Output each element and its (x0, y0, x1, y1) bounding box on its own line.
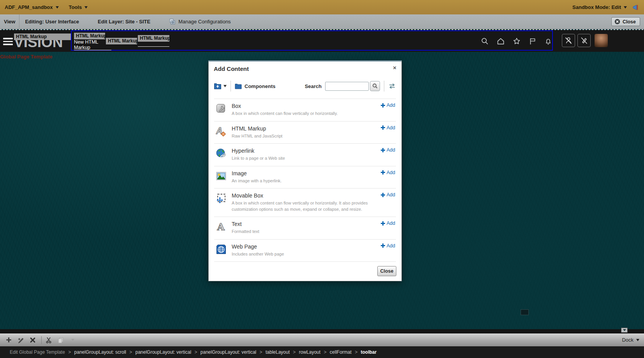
search-button[interactable] (370, 81, 380, 91)
bell-icon[interactable] (544, 37, 553, 46)
breadcrumb-item[interactable]: tableLayout (266, 349, 290, 355)
breadcrumb-separator: > (355, 349, 357, 355)
breadcrumb-item[interactable]: rowLayout (299, 349, 320, 355)
search-icon[interactable] (480, 37, 489, 46)
selection-breadcrumb-bar: Edit Global Page Template > panelGroupLa… (0, 346, 644, 358)
breadcrumb-separator: > (324, 349, 326, 355)
breadcrumb-item[interactable]: cellFormat (330, 349, 352, 355)
html-markup-icon: A (216, 126, 227, 137)
breadcrumb-item-current: toolbar (361, 349, 377, 355)
component-row-text: A Text Formatted text Add (214, 217, 396, 240)
pencil-icon (17, 337, 24, 344)
add-hyperlink-button[interactable]: Add (381, 147, 395, 153)
composer-close-button[interactable]: Close (611, 17, 640, 26)
scissors-icon (45, 337, 52, 344)
add-movable-box-button[interactable]: Add (381, 192, 395, 198)
hamburger-menu-icon[interactable] (3, 38, 13, 47)
add-component-button[interactable] (5, 336, 12, 344)
html-markup-chip[interactable]: HTML Markup (106, 38, 137, 44)
bottom-divider-strip (0, 329, 644, 333)
link-underline (74, 50, 111, 50)
component-desc: A box in which content can flow vertical… (232, 111, 372, 117)
divider (41, 336, 42, 344)
composer-close-label: Close (623, 19, 636, 25)
hyperlink-icon (216, 148, 227, 159)
person-slash-icon (564, 36, 573, 45)
avatar[interactable] (595, 34, 608, 47)
add-image-button[interactable]: Add (381, 170, 395, 175)
add-label: Add (387, 125, 395, 131)
chevron-down-icon (623, 329, 626, 331)
view-menu[interactable]: View (4, 19, 15, 25)
component-name: Image (232, 170, 396, 176)
pen-slash-icon (579, 36, 589, 45)
sandbox-topbar: ADF_APM_sandbox Tools Sandbox Mode: Edit (0, 0, 644, 14)
component-desc: Raw HTML and JavaScript (232, 133, 372, 139)
breadcrumb-item[interactable]: panelGroupLayout: vertical (201, 349, 256, 355)
plus-icon (381, 170, 385, 175)
composer-edit-bar: View Editing: User Interface Edit Layer:… (0, 14, 644, 29)
new-html-markup-link[interactable]: New HTML Markup (74, 40, 100, 50)
search-label: Search (305, 83, 322, 89)
dock-menu[interactable]: Dock (622, 337, 639, 343)
divider (384, 81, 384, 92)
star-icon[interactable] (512, 37, 521, 46)
search-input[interactable] (325, 82, 369, 91)
plus-icon (381, 243, 385, 248)
component-row-html-markup: A HTML Markup Raw HTML and JavaScript Ad… (214, 122, 396, 144)
megaphone-icon[interactable] (632, 4, 639, 11)
manage-configurations-link[interactable]: Manage Configurations (169, 18, 231, 25)
scroll-down-button[interactable] (621, 328, 628, 333)
hide-person-button[interactable] (562, 34, 575, 47)
breadcrumb-separator: > (68, 349, 71, 355)
component-row-web-page: Web Page Includes another Web page Add (214, 240, 396, 262)
breadcrumb-root[interactable]: Edit Global Page Template (10, 349, 65, 355)
chevron-down-icon[interactable] (223, 85, 227, 87)
sandbox-menu-label: ADF_APM_sandbox (5, 4, 53, 10)
component-name: Hyperlink (232, 148, 396, 154)
plus-icon (381, 125, 385, 130)
plus-icon (381, 103, 385, 108)
edit-layer-label: Edit Layer: Site - SITE (98, 19, 150, 25)
chevron-down-icon (84, 6, 88, 9)
component-name: HTML Markup (232, 125, 396, 132)
delete-button[interactable] (29, 336, 37, 344)
flag-icon[interactable] (528, 37, 537, 46)
chevron-down-icon (56, 6, 59, 9)
sandbox-mode-menu[interactable]: Sandbox Mode: Edit (572, 4, 627, 10)
breadcrumb-item[interactable]: panelGroupLayout: vertical (135, 349, 191, 355)
html-markup-chip[interactable]: HTML Markup (14, 34, 72, 40)
add-box-button[interactable]: Add (381, 102, 395, 108)
edit-properties-button[interactable] (17, 336, 25, 344)
chevron-down-icon (624, 6, 627, 9)
html-markup-chip[interactable]: HTML Markup (138, 35, 169, 42)
copy-button (57, 336, 65, 344)
swap-arrows-icon[interactable] (388, 83, 396, 89)
add-html-markup-button[interactable]: Add (381, 125, 395, 131)
component-desc: Link to a page or a Web site (232, 155, 372, 162)
hide-edit-button[interactable] (577, 34, 591, 47)
component-desc: An image with a hyperlink. (232, 178, 372, 184)
web-page-icon (216, 244, 227, 255)
divider (19, 14, 19, 29)
cut-button[interactable] (45, 336, 53, 344)
component-row-movable-box: Movable Box A box in which content can f… (214, 189, 396, 217)
html-markup-chip[interactable]: HTML Markup (74, 33, 105, 39)
add-text-button[interactable]: Add (381, 220, 395, 226)
chevron-down-icon (636, 339, 639, 341)
image-icon (216, 171, 227, 182)
folder-up-icon[interactable] (214, 83, 222, 90)
tools-menu[interactable]: Tools (69, 4, 88, 10)
manage-configurations-label: Manage Configurations (178, 19, 231, 25)
sandbox-menu[interactable]: ADF_APM_sandbox (5, 4, 59, 10)
breadcrumb-item[interactable]: panelGroupLayout: scroll (74, 349, 126, 355)
add-web-page-button[interactable]: Add (381, 243, 395, 249)
page-scrollbar-corner (521, 309, 529, 315)
home-icon[interactable] (496, 37, 505, 46)
component-name: Box (232, 103, 396, 109)
add-label: Add (387, 147, 395, 153)
dialog-close-icon[interactable]: × (393, 64, 396, 71)
breadcrumb-separator: > (194, 349, 197, 355)
dialog-toolbar: Components Search (214, 80, 396, 92)
dialog-close-button[interactable]: Close (377, 266, 396, 276)
